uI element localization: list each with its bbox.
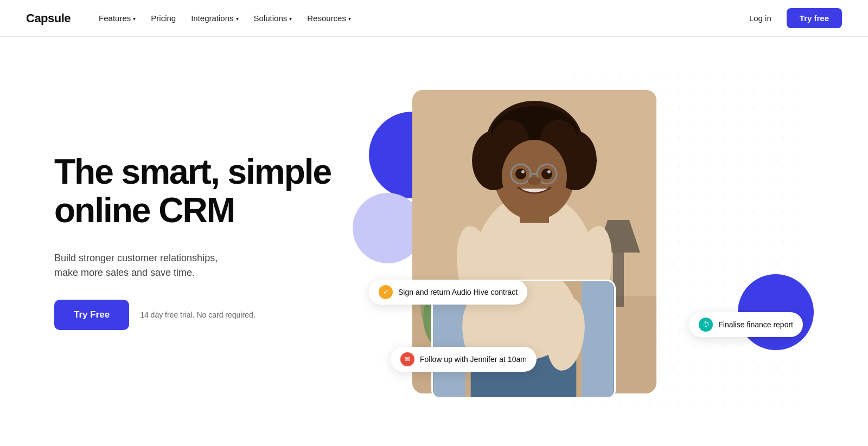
svg-point-74 (723, 137, 725, 139)
svg-point-328 (693, 374, 695, 377)
svg-point-362 (723, 404, 725, 406)
svg-point-94 (782, 151, 784, 153)
svg-point-170 (723, 225, 725, 228)
svg-point-183 (678, 241, 680, 243)
svg-point-327 (678, 374, 680, 377)
nav-item-solutions[interactable]: Solutions ▾ (247, 9, 299, 27)
svg-point-356 (634, 404, 636, 406)
svg-point-5 (648, 77, 650, 79)
svg-point-363 (738, 404, 740, 406)
svg-point-109 (767, 166, 769, 169)
login-link[interactable]: Log in (743, 9, 778, 27)
svg-point-88 (693, 151, 695, 153)
svg-point-278 (663, 329, 665, 332)
svg-point-10 (723, 77, 725, 79)
svg-point-250 (723, 300, 725, 302)
svg-point-189 (767, 241, 769, 243)
svg-point-296 (693, 345, 695, 347)
svg-point-173 (767, 225, 769, 228)
nav-item-resources[interactable]: Resources ▾ (301, 9, 358, 27)
svg-point-7 (678, 77, 680, 79)
hero-subtext: Build stronger customer relationships, m… (54, 251, 271, 280)
svg-point-134 (663, 196, 665, 198)
svg-point-137 (708, 196, 710, 198)
svg-point-316 (752, 359, 755, 361)
svg-point-168 (693, 225, 695, 228)
svg-point-15 (797, 77, 799, 79)
svg-point-329 (708, 374, 710, 377)
svg-point-78 (782, 137, 784, 139)
svg-point-205 (767, 255, 769, 257)
hero-trial-text: 14 day free trial. No card required. (140, 311, 255, 319)
svg-point-4 (634, 77, 636, 79)
svg-point-41 (708, 107, 710, 109)
hero-cta-row: Try Free 14 day free trial. No card requ… (54, 300, 336, 330)
svg-point-76 (752, 137, 755, 139)
svg-point-70 (663, 137, 665, 139)
svg-point-60 (752, 121, 755, 124)
notification-followup-text: Follow up with Jennifer at 10am (420, 355, 527, 364)
svg-point-299 (738, 345, 740, 347)
svg-point-171 (738, 225, 740, 228)
svg-point-207 (797, 255, 799, 257)
svg-point-12 (752, 77, 755, 79)
svg-point-152 (693, 211, 695, 213)
svg-point-298 (723, 345, 725, 347)
nav-item-integrations[interactable]: Integrations ▾ (184, 9, 245, 27)
svg-point-26 (723, 92, 725, 94)
svg-point-6 (663, 77, 665, 79)
svg-point-77 (767, 137, 769, 139)
svg-point-172 (752, 225, 755, 228)
svg-point-23 (678, 92, 680, 94)
svg-point-140 (752, 196, 755, 198)
svg-point-331 (738, 374, 740, 377)
svg-point-351 (797, 389, 799, 391)
notification-finance-report: ⏱ Finalise finance report (689, 312, 803, 337)
svg-point-345 (708, 389, 710, 391)
nav-links: Features ▾ Pricing Integrations ▾ Soluti… (92, 9, 743, 27)
nav-right: Log in Try free (743, 8, 842, 28)
svg-point-218 (723, 270, 725, 273)
svg-point-106 (723, 166, 725, 169)
svg-point-62 (782, 121, 784, 124)
hero-section: The smart, simple online CRM Build stron… (0, 37, 868, 446)
svg-point-191 (797, 241, 799, 243)
svg-point-350 (782, 389, 784, 391)
svg-point-1 (589, 77, 591, 79)
hero-left-content: The smart, simple online CRM Build stron… (54, 153, 336, 330)
svg-point-28 (752, 92, 755, 94)
svg-point-135 (678, 196, 680, 198)
svg-point-303 (797, 345, 799, 347)
svg-point-158 (782, 211, 784, 213)
svg-point-43 (738, 107, 740, 109)
svg-point-187 (738, 241, 740, 243)
svg-point-124 (752, 181, 755, 183)
svg-point-38 (663, 107, 665, 109)
svg-point-247 (678, 300, 680, 302)
svg-point-56 (693, 121, 695, 124)
svg-point-46 (782, 107, 784, 109)
svg-point-365 (767, 404, 769, 406)
svg-point-231 (678, 285, 680, 287)
svg-point-396 (547, 170, 551, 173)
email-icon: ✉ (400, 352, 414, 366)
nav-try-free-button[interactable]: Try free (787, 8, 842, 28)
svg-point-314 (723, 359, 725, 361)
svg-point-220 (752, 270, 755, 273)
svg-point-2 (604, 77, 606, 79)
nav-label-resources: Resources (307, 14, 346, 23)
brand-logo[interactable]: Capsule (26, 11, 71, 25)
nav-item-features[interactable]: Features ▾ (92, 9, 142, 27)
svg-point-103 (678, 166, 680, 169)
hero-right-visual: /* dots rendered below */ (336, 68, 825, 415)
svg-point-156 (752, 211, 755, 213)
svg-point-335 (797, 374, 799, 377)
svg-point-59 (738, 121, 740, 124)
svg-point-354 (604, 404, 606, 406)
hero-try-free-button[interactable]: Try Free (54, 300, 129, 330)
svg-point-108 (752, 166, 755, 169)
nav-item-pricing[interactable]: Pricing (144, 9, 182, 27)
svg-point-159 (797, 211, 799, 213)
check-icon: ✓ (379, 285, 393, 299)
nav-label-integrations: Integrations (191, 14, 233, 23)
